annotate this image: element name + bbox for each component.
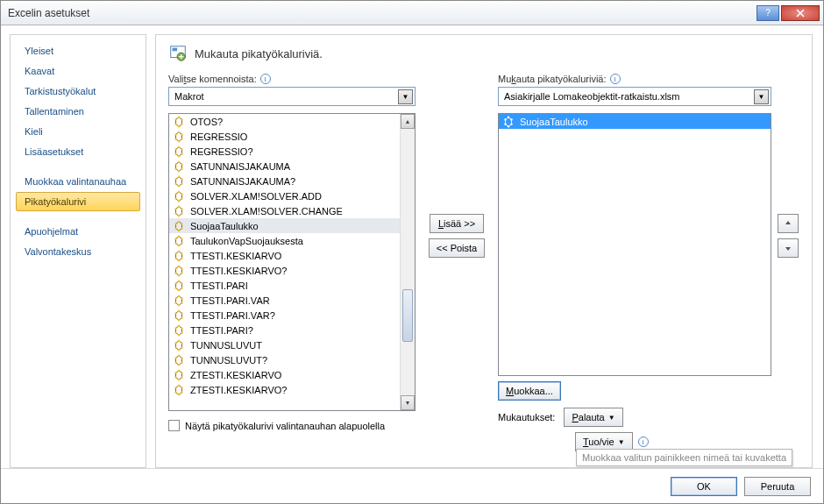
sidebar-item-yleiset[interactable]: Yleiset [16,41,140,60]
list-item[interactable]: TTESTI.KESKIARVO [169,248,400,263]
modify-button[interactable]: Muokkaa... [498,381,561,401]
scroll-up-icon[interactable]: ▲ [401,114,415,129]
svg-point-74 [178,289,180,291]
sidebar-item-kieli[interactable]: Kieli [16,122,140,141]
svg-point-4 [181,118,182,120]
svg-point-14 [178,140,180,142]
svg-point-26 [178,170,180,172]
list-item[interactable]: TUNNUSLUVUT [169,337,400,352]
svg-point-106 [181,372,182,373]
svg-point-111 [174,387,176,388]
modify-tooltip: Muokkaa valitun painikkeen nimeä tai kuv… [576,449,792,466]
remove-button[interactable]: << Poista [429,238,485,258]
reset-button[interactable]: Palauta▼ [564,408,622,427]
list-item[interactable]: TTESTI.PARI [169,278,400,293]
list-item[interactable]: OTOS? [169,114,400,129]
svg-point-79 [178,295,180,296]
available-commands-list[interactable]: OTOS?REGRESSIOREGRESSIO?SATUNNAISJAKAUMA… [168,113,416,411]
sidebar-item-valvontakeskus[interactable]: Valvontakeskus [16,242,140,261]
svg-point-73 [178,280,180,281]
add-button[interactable]: Lisää >> [430,214,484,233]
svg-point-88 [181,327,182,329]
sidebar-item-pikatykalurivi[interactable]: Pikatyökalurivi [16,192,140,211]
svg-point-91 [178,324,180,326]
svg-point-52 [181,238,182,239]
scroll-thumb[interactable] [402,289,413,342]
list-item[interactable]: ZTESTI.KESKIARVO [169,367,400,382]
chevron-down-icon[interactable]: ▼ [754,89,769,104]
info-icon[interactable]: i [260,74,271,84]
sidebar-item-tarkistustykalut[interactable]: Tarkistustyökalut [16,82,140,101]
svg-point-113 [174,391,176,393]
list-item[interactable]: TaulukonVapSuojauksesta [169,233,400,248]
scrollbar[interactable]: ▲ ▼ [400,114,415,410]
info-icon[interactable]: i [610,74,621,84]
macro-icon [173,146,185,158]
choose-commands-combo[interactable]: Makrot ▼ [168,87,416,106]
sidebar-item-tallentaminen[interactable]: Tallentaminen [16,102,140,121]
svg-point-67 [178,265,180,266]
list-item[interactable]: TTESTI.PARI.VAR? [169,308,400,323]
svg-point-57 [174,252,176,254]
chevron-down-icon[interactable]: ▼ [398,89,413,104]
svg-point-5 [174,123,176,124]
show-below-ribbon-label: Näytä pikatyökalurivi valintanauhan alap… [185,421,385,431]
customizations-label: Mukautukset: [498,412,555,422]
svg-point-87 [174,327,176,329]
macro-icon [173,116,185,128]
svg-point-38 [178,200,180,202]
list-item[interactable]: REGRESSIO? [169,144,400,159]
svg-point-99 [174,357,176,358]
svg-point-109 [178,369,180,371]
list-item[interactable]: SuojaaTaulukko [169,218,400,233]
sidebar-item-apuohjelmat[interactable]: Apuohjelmat [16,222,140,241]
current-commands-list[interactable]: SuojaaTaulukko [498,113,771,376]
svg-point-42 [181,212,182,214]
svg-point-122 [508,125,509,127]
svg-point-118 [510,118,512,120]
list-item[interactable]: SOLVER.XLAM!SOLVER.CHANGE [169,203,400,218]
arrow-up-icon [785,220,792,227]
help-button[interactable]: ? [757,5,779,21]
list-item[interactable]: SuojaaTaulukko [499,114,771,129]
show-below-ribbon-checkbox[interactable] [168,420,180,431]
svg-point-16 [181,148,182,150]
sidebar-item-lisasetukset[interactable]: Lisäasetukset [16,142,140,161]
macro-icon [173,280,185,292]
svg-point-13 [178,131,180,132]
list-item[interactable]: ZTESTI.KESKIARVO? [169,382,400,397]
page-title: Mukauta pikatyökaluriviä. [195,47,323,60]
svg-point-21 [174,163,176,165]
window-title: Excelin asetukset [8,7,755,19]
customize-target-combo[interactable]: Asiakirjalle Lomakeobjektit-ratkaistu.xl… [498,87,771,106]
macro-icon [502,116,515,128]
svg-point-107 [174,376,176,378]
list-item[interactable]: REGRESSIO [169,129,400,144]
info-icon[interactable]: i [638,437,649,447]
svg-point-28 [181,178,182,180]
list-item[interactable]: TTESTI.PARI.VAR [169,293,400,308]
svg-point-108 [181,376,182,378]
choose-commands-label: Valitse komennoista: i [168,74,416,84]
list-item[interactable]: TTESTI.PARI? [169,323,400,337]
svg-point-95 [174,346,176,348]
move-down-button[interactable] [778,238,799,258]
svg-point-120 [510,123,512,124]
list-item[interactable]: SATUNNAISJAKAUMA [169,159,400,174]
list-item[interactable]: SATUNNAISJAKAUMA? [169,174,400,188]
scroll-down-icon[interactable]: ▼ [401,395,415,410]
ok-button[interactable]: OK [671,477,737,496]
svg-point-102 [181,361,182,363]
list-item[interactable]: TUNNUSLUVUT? [169,352,400,367]
list-item[interactable]: SOLVER.XLAM!SOLVER.ADD [169,188,400,203]
svg-point-98 [178,349,180,351]
macro-icon [173,354,185,366]
svg-point-85 [178,309,180,311]
move-up-button[interactable] [778,214,799,233]
svg-point-46 [181,223,182,224]
sidebar-item-muokkaavalintanauhaa[interactable]: Muokkaa valintanauhaa [16,172,140,191]
cancel-button[interactable]: Peruuta [744,477,811,496]
close-button[interactable] [781,5,820,21]
list-item[interactable]: TTESTI.KESKIARVO? [169,263,400,278]
sidebar-item-kaavat[interactable]: Kaavat [16,61,140,81]
